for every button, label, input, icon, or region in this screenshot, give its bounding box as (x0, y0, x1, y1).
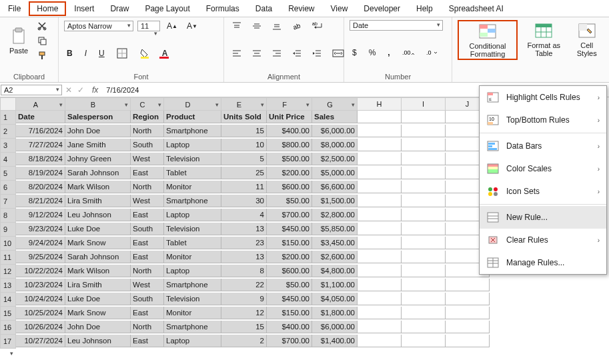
cell[interactable]: 15 (221, 125, 267, 137)
cell[interactable]: Laptop (164, 335, 221, 347)
enter-button[interactable]: ✓ (75, 84, 87, 96)
decrease-indent-button[interactable] (289, 47, 304, 59)
cell[interactable]: North (131, 125, 164, 137)
cell[interactable] (402, 251, 446, 263)
cell[interactable]: Tablet (164, 237, 221, 249)
cell[interactable] (358, 279, 402, 291)
cell[interactable]: East (131, 167, 164, 179)
row-header[interactable]: 5 (0, 167, 16, 181)
cell[interactable]: 23 (221, 237, 267, 249)
cell[interactable]: $700.00 (267, 209, 312, 221)
cell[interactable]: Monitor (164, 181, 221, 193)
cell[interactable]: Tablet (164, 167, 221, 179)
cell[interactable]: 10 (221, 139, 267, 151)
row-header[interactable]: 6 (0, 181, 16, 195)
italic-button[interactable]: I (82, 47, 89, 59)
row-header[interactable]: 13 (0, 279, 16, 293)
cell[interactable] (402, 293, 446, 305)
cell[interactable]: Laptop (164, 209, 221, 221)
cell[interactable]: 30 (221, 195, 267, 207)
wrap-text-button[interactable]: ab (310, 20, 327, 32)
menu-file[interactable]: File (0, 1, 29, 16)
col-header[interactable]: B (65, 97, 131, 111)
menu-developer[interactable]: Developer (356, 1, 408, 16)
align-middle-button[interactable] (249, 20, 264, 32)
cell[interactable]: North (131, 265, 164, 277)
cell[interactable]: $600.00 (267, 265, 312, 277)
cancel-button[interactable]: ✕ (63, 84, 75, 96)
menu-insert[interactable]: Insert (66, 1, 102, 16)
increase-decimal-button[interactable]: .00 (400, 47, 417, 58)
cell[interactable]: East (131, 335, 164, 347)
cell[interactable]: West (131, 195, 164, 207)
cell[interactable]: $8,000.00 (312, 139, 358, 151)
name-box[interactable]: A2 (1, 85, 62, 95)
cell[interactable] (446, 335, 490, 347)
cell[interactable] (358, 335, 402, 347)
cell[interactable] (402, 265, 446, 277)
cell[interactable]: Luke Doe (65, 223, 131, 235)
cell[interactable] (358, 153, 402, 165)
menu-highlight-cells-rules[interactable]: ≤ Highlight Cells Rules› (480, 86, 606, 109)
cell[interactable]: South (131, 223, 164, 235)
cell[interactable]: $3,450.00 (312, 237, 358, 249)
copy-button[interactable] (35, 35, 49, 47)
cell[interactable]: $600.00 (267, 181, 312, 193)
align-right-button[interactable] (269, 47, 284, 59)
cell[interactable]: 9/12/2024 (16, 209, 65, 221)
cell[interactable]: Jane Smith (65, 139, 131, 151)
underline-button[interactable]: U (96, 47, 107, 59)
cell[interactable]: 7/27/2024 (16, 139, 65, 151)
cell[interactable]: $4,800.00 (312, 265, 358, 277)
increase-font-button[interactable]: A▲ (164, 20, 180, 32)
cell-styles-button[interactable]: Cell Styles (570, 20, 604, 59)
cell[interactable]: $50.00 (267, 279, 312, 291)
cell[interactable]: $4,050.00 (312, 293, 358, 305)
cell[interactable]: $1,500.00 (312, 195, 358, 207)
font-size-select[interactable]: 11 (137, 21, 160, 31)
cell[interactable]: North (131, 321, 164, 333)
cell[interactable]: East (131, 251, 164, 263)
cell[interactable]: West (131, 279, 164, 291)
cell[interactable] (358, 293, 402, 305)
col-header[interactable]: C (131, 97, 164, 111)
cell[interactable]: John Doe (65, 125, 131, 137)
cell[interactable] (358, 307, 402, 319)
cell[interactable]: 8/19/2024 (16, 167, 65, 179)
cell[interactable]: 4 (221, 209, 267, 221)
cell[interactable]: 9/23/2024 (16, 223, 65, 235)
conditional-formatting-button[interactable]: Conditional Formatting (458, 20, 518, 60)
table-header-cell[interactable]: Date (16, 111, 65, 123)
row-header[interactable]: 4 (0, 153, 16, 167)
cell[interactable]: $800.00 (267, 139, 312, 151)
cell[interactable] (358, 223, 402, 235)
cell[interactable]: $700.00 (267, 335, 312, 347)
orientation-button[interactable]: ab (289, 20, 304, 32)
cell[interactable] (402, 237, 446, 249)
fx-icon[interactable]: fx (87, 85, 103, 95)
cell[interactable]: 7/16/2024 (16, 125, 65, 137)
table-header-cell[interactable]: Salesperson (65, 111, 131, 123)
decrease-decimal-button[interactable]: .0 (424, 47, 441, 58)
menu-review[interactable]: Review (280, 1, 322, 16)
cell[interactable]: Mark Snow (65, 237, 131, 249)
paste-button[interactable]: Paste (5, 25, 32, 56)
cell[interactable] (446, 321, 490, 333)
cell[interactable]: Television (164, 293, 221, 305)
table-header-cell[interactable]: Units Sold (221, 111, 267, 123)
cell[interactable]: Johny Green (65, 153, 131, 165)
cell[interactable]: $400.00 (267, 321, 312, 333)
col-header[interactable]: E (221, 97, 267, 111)
cell[interactable] (358, 237, 402, 249)
cell[interactable]: $2,500.00 (312, 153, 358, 165)
col-header[interactable]: G (312, 97, 358, 111)
cell[interactable] (446, 279, 490, 291)
cell[interactable]: Smartphone (164, 195, 221, 207)
menu-page-layout[interactable]: Page Layout (137, 1, 197, 16)
cell[interactable] (358, 265, 402, 277)
row-header[interactable]: 14 (0, 293, 16, 307)
cell[interactable] (358, 139, 402, 151)
cell[interactable]: Luke Doe (65, 293, 131, 305)
cell[interactable]: 10/25/2024 (16, 307, 65, 319)
cell[interactable]: 9/25/2024 (16, 251, 65, 263)
